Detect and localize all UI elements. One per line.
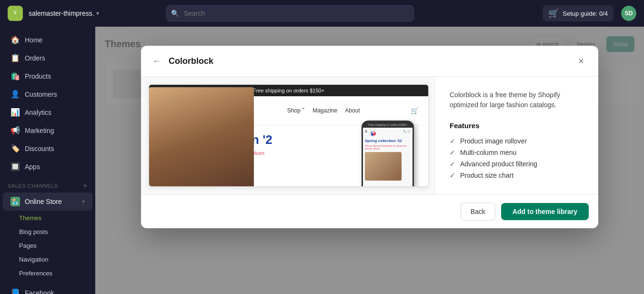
- feature-item-4: ✓ Product size chart: [450, 170, 585, 181]
- mobile-nav: ☰ 🔍 🛒: [365, 130, 411, 137]
- modal-back-button[interactable]: ←: [151, 54, 163, 68]
- modal-footer: Back Add to theme library: [141, 194, 598, 228]
- customers-icon: 👤: [10, 90, 20, 99]
- sidebar-item-marketing[interactable]: 📢 Marketing: [3, 122, 92, 139]
- modal-title: Colorblock: [169, 56, 568, 66]
- features-list: ✓ Product image rollover ✓ Multi-column …: [450, 135, 585, 181]
- mobile-logo: [369, 130, 377, 137]
- setup-guide[interactable]: 🛒 Setup guide: 0/4: [543, 5, 614, 21]
- facebook-icon: 📘: [10, 288, 20, 294]
- colorblock-modal: ← Colorblock ×: [141, 46, 598, 228]
- layout: 🏠 Home 📋 Orders 🛍️ Products 👤 Customers …: [0, 27, 644, 294]
- theme-preview-area: Free shipping on orders $150+ 🔍: [141, 77, 436, 194]
- online-store-icon: 🏪: [10, 197, 20, 206]
- sidebar-sub-pages[interactable]: Pages: [0, 239, 95, 253]
- sidebar-sub-themes[interactable]: Themes: [0, 211, 95, 225]
- sidebar-item-discounts[interactable]: 🏷️ Discounts: [3, 140, 92, 157]
- theme-preview: Free shipping on orders $150+ 🔍: [141, 77, 436, 194]
- sidebar: 🏠 Home 📋 Orders 🛍️ Products 👤 Customers …: [0, 27, 95, 294]
- sidebar-item-home[interactable]: 🏠 Home: [3, 31, 92, 49]
- sidebar-item-online-store[interactable]: 🏪 Online Store ▾: [3, 193, 92, 211]
- preview-mobile-mockup: Free shipping on orders $150+ ☰: [362, 121, 414, 187]
- store-name[interactable]: salemaster-thimpress. ▾: [29, 10, 99, 17]
- sidebar-item-orders[interactable]: 📋 Orders: [3, 49, 92, 67]
- avatar[interactable]: SD: [621, 6, 636, 21]
- mobile-heading: Spring collection '22: [365, 139, 411, 143]
- sidebar-item-facebook[interactable]: 📘 Facebook: [3, 284, 92, 294]
- sidebar-item-customers[interactable]: 👤 Customers: [3, 85, 92, 103]
- back-button[interactable]: Back: [461, 203, 495, 221]
- modal-info-panel: Colorblock is a free theme by Shopify op…: [436, 77, 598, 194]
- preview-nav-links: Shop ˅ Magazine About: [287, 107, 360, 114]
- mobile-banner: Free shipping on orders $150+: [363, 122, 413, 128]
- sales-channels-label: Sales channels +: [0, 176, 95, 192]
- orders-icon: 📋: [10, 53, 20, 62]
- mobile-content: ☰ 🔍 🛒: [363, 128, 413, 187]
- topbar: salemaster-thimpress. ▾ 🔍 🛒 Setup guide:…: [0, 0, 644, 27]
- search-input[interactable]: [166, 5, 414, 21]
- search-icon: 🔍: [171, 10, 179, 17]
- sidebar-item-apps[interactable]: 🔲 Apps: [3, 158, 92, 175]
- modal-description: Colorblock is a free theme by Shopify op…: [450, 90, 585, 110]
- mobile-image: [365, 152, 402, 181]
- check-icon-3: ✓: [450, 160, 455, 168]
- preview-cart-icon: 🛒: [411, 107, 419, 114]
- check-icon-1: ✓: [450, 137, 455, 145]
- features-title: Features: [450, 122, 585, 130]
- modal-body: Free shipping on orders $150+ 🔍: [141, 77, 598, 194]
- modal-overlay: ← Colorblock ×: [95, 27, 644, 294]
- sidebar-item-products[interactable]: 🛍️ Products: [3, 67, 92, 85]
- topbar-right: 🛒 Setup guide: 0/4 SD: [543, 5, 636, 21]
- sidebar-sub-navigation[interactable]: Navigation: [0, 253, 95, 266]
- mobile-subtext: Shop vibrant knitwear to beat the winter…: [365, 144, 411, 150]
- modal-close-button[interactable]: ×: [574, 53, 589, 69]
- shopify-logo: [8, 6, 23, 21]
- apps-icon: 🔲: [10, 162, 20, 171]
- analytics-icon: 📊: [10, 108, 20, 117]
- person-gradient: [149, 87, 254, 187]
- sidebar-item-analytics[interactable]: 📊 Analytics: [3, 103, 92, 121]
- chevron-down-icon: ▾: [96, 10, 99, 17]
- setup-icon: 🛒: [548, 8, 559, 19]
- online-store-chevron: ▾: [82, 198, 85, 205]
- preview-hero: Spring collection '2 Shop vibrant knitwe…: [149, 125, 428, 163]
- main-content: Themes w report hemes Store Current them…: [95, 27, 644, 294]
- sidebar-sub-preferences[interactable]: Preferences: [0, 266, 95, 280]
- preview-person-image: [149, 87, 254, 187]
- products-icon: 🛍️: [10, 71, 20, 81]
- modal-header: ← Colorblock ×: [141, 46, 598, 77]
- svg-point-3: [372, 132, 374, 133]
- add-channel-icon[interactable]: +: [83, 182, 88, 190]
- feature-item-2: ✓ Multi-column menu: [450, 147, 585, 158]
- add-to-theme-library-button[interactable]: Add to theme library: [501, 203, 589, 220]
- feature-item-1: ✓ Product image rollover: [450, 135, 585, 147]
- check-icon-4: ✓: [450, 172, 455, 179]
- search-bar[interactable]: 🔍: [166, 5, 414, 21]
- feature-item-3: ✓ Advanced product filtering: [450, 158, 585, 170]
- discounts-icon: 🏷️: [10, 144, 20, 153]
- home-icon: 🏠: [10, 35, 20, 44]
- check-icon-2: ✓: [450, 149, 455, 156]
- sidebar-sub-blog-posts[interactable]: Blog posts: [0, 225, 95, 239]
- marketing-icon: 📢: [10, 126, 20, 135]
- preview-browser: Free shipping on orders $150+ 🔍: [149, 84, 429, 187]
